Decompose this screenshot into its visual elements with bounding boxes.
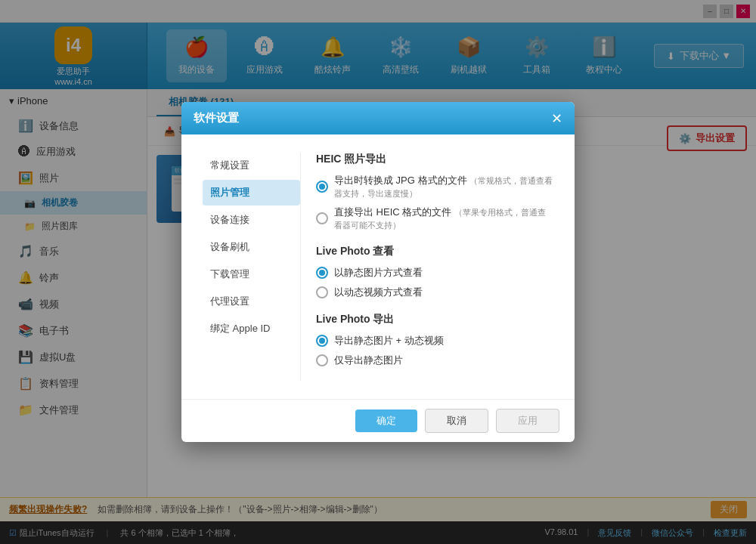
modal-sidebar-proxy[interactable]: 代理设置 bbox=[203, 289, 300, 314]
radio-export-both[interactable] bbox=[316, 335, 328, 347]
live-photo-view-section: Live Photo 查看 以静态图片方式查看 以动态视频方式查看 bbox=[316, 245, 553, 299]
modal-sidebar-download-manage[interactable]: 下载管理 bbox=[203, 261, 300, 287]
modal-sidebar: 常规设置 照片管理 设备连接 设备刷机 下载管理 代理设置 绑定 bbox=[203, 153, 301, 381]
heic-convert-jpg-label: 导出时转换成 JPG 格式的文件 （常规格式，普通查看器支持，导出速度慢） bbox=[334, 174, 553, 199]
radio-dynamic-view[interactable] bbox=[316, 286, 328, 298]
modal-body: 常规设置 照片管理 设备连接 设备刷机 下载管理 代理设置 绑定 bbox=[181, 134, 575, 399]
live-photo-export-static[interactable]: 仅导出静态图片 bbox=[316, 354, 553, 367]
modal-sidebar-device-connect[interactable]: 设备连接 bbox=[203, 207, 300, 233]
modal-footer: 确定 取消 应用 bbox=[181, 399, 575, 442]
live-photo-view-dynamic[interactable]: 以动态视频方式查看 bbox=[316, 286, 553, 299]
modal-overlay: 软件设置 ✕ 常规设置 照片管理 设备连接 设备刷机 下载管 bbox=[0, 0, 756, 544]
static-view-label: 以静态图片方式查看 bbox=[334, 266, 423, 280]
modal-sidebar-general[interactable]: 常规设置 bbox=[203, 153, 300, 178]
modal-header: 软件设置 ✕ bbox=[181, 102, 575, 134]
live-photo-export-title: Live Photo 导出 bbox=[316, 313, 553, 326]
heic-radio-group: 导出时转换成 JPG 格式的文件 （常规格式，普通查看器支持，导出速度慢） 直接… bbox=[316, 174, 553, 231]
close-icon: ✕ bbox=[551, 111, 562, 126]
modal-sidebar-photo-manage[interactable]: 照片管理 bbox=[203, 180, 300, 206]
live-photo-export-radio-group: 导出静态图片 + 动态视频 仅导出静态图片 bbox=[316, 334, 553, 367]
modal-apply-button[interactable]: 应用 bbox=[496, 409, 559, 433]
modal-sidebar-apple-id[interactable]: 绑定 Apple ID bbox=[203, 316, 300, 342]
live-photo-export-section: Live Photo 导出 导出静态图片 + 动态视频 仅导出静态图片 bbox=[316, 313, 553, 367]
live-photo-view-title: Live Photo 查看 bbox=[316, 245, 553, 258]
heic-option-direct[interactable]: 直接导出 HEIC 格式的文件 （苹果专用格式，普通查看器可能不支持） bbox=[316, 206, 553, 231]
modal-close-button[interactable]: ✕ bbox=[551, 112, 562, 125]
settings-modal: 软件设置 ✕ 常规设置 照片管理 设备连接 设备刷机 下载管 bbox=[181, 102, 575, 442]
export-both-label: 导出静态图片 + 动态视频 bbox=[334, 334, 444, 348]
dynamic-view-label: 以动态视频方式查看 bbox=[334, 286, 423, 299]
modal-confirm-button[interactable]: 确定 bbox=[355, 410, 417, 432]
live-photo-view-radio-group: 以静态图片方式查看 以动态视频方式查看 bbox=[316, 266, 553, 299]
radio-export-static[interactable] bbox=[316, 354, 328, 366]
modal-sidebar-device-flash[interactable]: 设备刷机 bbox=[203, 234, 300, 260]
heic-section: HEIC 照片导出 导出时转换成 JPG 格式的文件 （常规格式，普通查看器支持… bbox=[316, 153, 553, 231]
heic-radio-direct[interactable] bbox=[316, 212, 328, 224]
heic-direct-label: 直接导出 HEIC 格式的文件 （苹果专用格式，普通查看器可能不支持） bbox=[334, 206, 553, 231]
modal-title: 软件设置 bbox=[194, 111, 239, 125]
heic-section-title: HEIC 照片导出 bbox=[316, 153, 553, 166]
live-photo-view-static[interactable]: 以静态图片方式查看 bbox=[316, 266, 553, 280]
export-static-label: 仅导出静态图片 bbox=[334, 354, 403, 367]
heic-radio-convert-jpg[interactable] bbox=[316, 181, 328, 193]
modal-main-content: HEIC 照片导出 导出时转换成 JPG 格式的文件 （常规格式，普通查看器支持… bbox=[316, 153, 553, 381]
modal-cancel-button[interactable]: 取消 bbox=[425, 409, 488, 433]
heic-option-convert-jpg[interactable]: 导出时转换成 JPG 格式的文件 （常规格式，普通查看器支持，导出速度慢） bbox=[316, 174, 553, 199]
radio-static-view[interactable] bbox=[316, 267, 328, 279]
live-photo-export-both[interactable]: 导出静态图片 + 动态视频 bbox=[316, 334, 553, 348]
